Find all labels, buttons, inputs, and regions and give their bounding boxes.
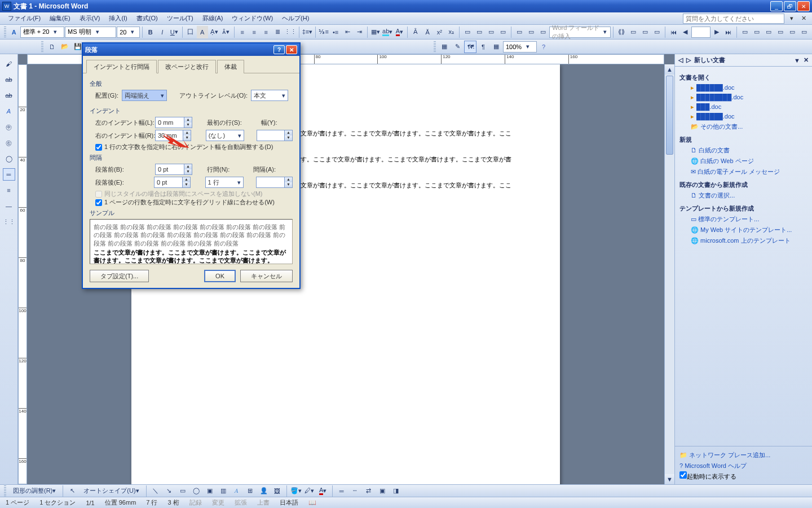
strike-icon[interactable]: ab bbox=[3, 73, 15, 86]
line-icon[interactable]: ＼ bbox=[149, 485, 162, 497]
menu-table[interactable]: 罫線(A) bbox=[198, 13, 228, 24]
menu-tools[interactable]: ツール(T) bbox=[162, 13, 198, 24]
vtextbox-icon[interactable]: ▥ bbox=[217, 485, 230, 497]
toolbar-grip[interactable] bbox=[4, 27, 6, 38]
next-record-icon[interactable]: ▶ bbox=[711, 26, 722, 38]
fill-color-icon[interactable]: 🪣▾ bbox=[290, 485, 302, 497]
view-merged-icon[interactable]: ⟪⟫ bbox=[616, 26, 627, 38]
format-painter-icon[interactable]: 🖌 bbox=[3, 58, 15, 70]
alignment-select[interactable]: 両端揃え▾ bbox=[122, 90, 167, 101]
menu-insert[interactable]: 挿入(I) bbox=[104, 13, 131, 24]
merge-print-icon[interactable]: ▭ bbox=[775, 26, 786, 38]
font-color-button[interactable]: A▾ bbox=[394, 26, 405, 38]
doc-map-button[interactable]: 🗺 bbox=[464, 41, 476, 53]
line-spacing-button[interactable]: ‡≡▾ bbox=[302, 26, 314, 38]
dialog-help-button[interactable]: ? bbox=[273, 45, 285, 54]
bullets-button[interactable]: •≡ bbox=[330, 26, 341, 38]
vertical-ruler[interactable]: 20 40 60 80 100 120 140 160 bbox=[18, 64, 27, 484]
insert-merge-field-icon[interactable]: ▭ bbox=[537, 26, 549, 38]
status-trk[interactable]: 変更 bbox=[212, 498, 224, 507]
dialog-titlebar[interactable]: 段落 ? ✕ bbox=[83, 43, 299, 56]
choose-doc-link[interactable]: 🗋 文書の選択... bbox=[679, 190, 807, 201]
outline-select[interactable]: 本文▾ bbox=[251, 90, 288, 101]
shrink-font-button[interactable]: Ă bbox=[422, 26, 433, 38]
oval-icon[interactable]: ◯ bbox=[190, 485, 202, 497]
menu-dropdown-icon[interactable]: ▾ bbox=[788, 15, 796, 22]
hline-icon[interactable]: ― bbox=[3, 200, 15, 212]
taskpane-back-icon[interactable]: ◁ bbox=[678, 56, 683, 64]
propagate-icon[interactable]: ▭ bbox=[651, 26, 663, 38]
subscript-button[interactable]: x₂ bbox=[445, 26, 457, 38]
style-a-icon[interactable]: A bbox=[8, 26, 20, 38]
insert-greeting-icon[interactable]: ▭ bbox=[526, 26, 537, 38]
zoom-combo[interactable]: 100%▾ bbox=[503, 41, 537, 52]
menu-window[interactable]: ウィンドウ(W) bbox=[227, 13, 277, 24]
align-justify-button[interactable]: ≣ bbox=[272, 26, 284, 38]
highlight-button[interactable]: ab▾ bbox=[382, 26, 393, 38]
tab-indent-spacing[interactable]: インデントと行間隔 bbox=[86, 60, 157, 73]
diagram-icon[interactable]: ⊞ bbox=[244, 485, 257, 497]
menu-file[interactable]: ファイル(F) bbox=[3, 13, 45, 24]
line-color-icon[interactable]: 🖊▾ bbox=[303, 485, 316, 497]
merge-letters-icon[interactable]: ▭ bbox=[474, 26, 485, 38]
gridlines-button[interactable]: ▦ bbox=[490, 41, 502, 53]
cancel-button[interactable]: キャンセル bbox=[240, 270, 293, 282]
tabs-button[interactable]: タブ設定(T)... bbox=[90, 270, 149, 282]
distribute-button[interactable]: ⋮⋮ bbox=[284, 26, 297, 38]
inc-indent-button[interactable]: ⇥ bbox=[354, 26, 365, 38]
taskpane-dropdown-icon[interactable]: ▼ bbox=[794, 57, 800, 64]
menu-edit[interactable]: 編集(E) bbox=[45, 13, 75, 24]
text-border-button[interactable]: 囗 bbox=[185, 26, 196, 38]
status-lang[interactable]: 日本語 bbox=[280, 498, 298, 507]
blank-web-link[interactable]: 🌐 白紙の Web ページ bbox=[679, 156, 807, 167]
highlight-merge-icon[interactable]: ▭ bbox=[628, 26, 639, 38]
merge-new-doc-icon[interactable]: ▭ bbox=[763, 26, 774, 38]
equal-icon[interactable]: ═ bbox=[3, 168, 15, 181]
font-combo[interactable]: MS 明朝▾ bbox=[65, 27, 116, 38]
menu-help[interactable]: ヘルプ(H) bbox=[277, 13, 314, 24]
right-indent-spin[interactable]: 30 mm▲▼ bbox=[155, 130, 191, 141]
border-button[interactable]: ▦▾ bbox=[370, 26, 381, 38]
dec-indent-button[interactable]: ⇤ bbox=[342, 26, 353, 38]
rectangle-icon[interactable]: ▭ bbox=[176, 485, 189, 497]
font-color-icon[interactable]: A▾ bbox=[317, 485, 329, 497]
close-button[interactable]: ✕ bbox=[797, 1, 810, 11]
toolbar-grip[interactable] bbox=[41, 41, 43, 52]
merge-open-icon[interactable]: ▭ bbox=[486, 26, 497, 38]
find-entry-icon[interactable]: ▭ bbox=[739, 26, 751, 38]
blank-email-link[interactable]: ✉ 白紙の電子メール メッセージ bbox=[679, 167, 807, 177]
insert-block-icon[interactable]: ▭ bbox=[514, 26, 525, 38]
style-combo[interactable]: 標準 + 20▾ bbox=[20, 27, 64, 38]
italic-a-icon[interactable]: A bbox=[3, 105, 15, 117]
clipart-icon[interactable]: 👤 bbox=[258, 485, 270, 497]
autoshapes-menu[interactable]: オートシェイプ(U) ▾ bbox=[80, 485, 143, 497]
font-size-combo[interactable]: 20▾ bbox=[117, 27, 140, 38]
merge-email-icon[interactable]: ▭ bbox=[787, 26, 798, 38]
help-button[interactable]: ? bbox=[537, 41, 550, 53]
grid-align-checkbox[interactable]: 1 ページの行数を指定時に文字を行グリッド線に合わせる(W) bbox=[90, 198, 293, 207]
line-spacing-select[interactable]: 1 行▾ bbox=[205, 177, 244, 188]
select-arrow-icon[interactable]: ↖ bbox=[66, 485, 78, 497]
show-hide-button[interactable]: ¶ bbox=[477, 41, 489, 53]
add-network-place-link[interactable]: 📁 ネットワーク プレース追加... bbox=[679, 450, 807, 461]
scroll-thumb[interactable] bbox=[666, 76, 673, 155]
scroll-up-icon[interactable]: ▲ bbox=[665, 64, 674, 75]
wordart-icon[interactable]: 𝐴 bbox=[231, 485, 243, 497]
recent-doc-link[interactable]: ██████.doc bbox=[679, 83, 807, 93]
first-record-icon[interactable]: ⏮ bbox=[668, 26, 679, 38]
bold-button[interactable]: B bbox=[145, 26, 156, 38]
open-button[interactable]: 📂 bbox=[59, 41, 71, 53]
tab-asian-typography[interactable]: 体裁 bbox=[217, 60, 244, 73]
italic-button[interactable]: I bbox=[157, 26, 168, 38]
taskpane-close-icon[interactable]: ✕ bbox=[804, 56, 809, 64]
width-spin[interactable]: ▲▼ bbox=[257, 130, 293, 141]
numbering-button[interactable]: ⅓≡ bbox=[318, 26, 329, 38]
word-help-link[interactable]: ? Microsoft Word ヘルプ bbox=[679, 461, 807, 471]
arrow-style-icon[interactable]: ⇄ bbox=[363, 485, 375, 497]
align-center-button[interactable]: ≡ bbox=[249, 26, 260, 38]
picture-icon[interactable]: 🖼 bbox=[271, 485, 284, 497]
drawing-button[interactable]: ✎ bbox=[451, 41, 464, 53]
dstrike-icon[interactable]: ab bbox=[3, 89, 15, 102]
insert-word-field[interactable]: Word フィールドの挿入▾ bbox=[549, 27, 611, 38]
merge-main-icon[interactable]: ▭ bbox=[462, 26, 473, 38]
